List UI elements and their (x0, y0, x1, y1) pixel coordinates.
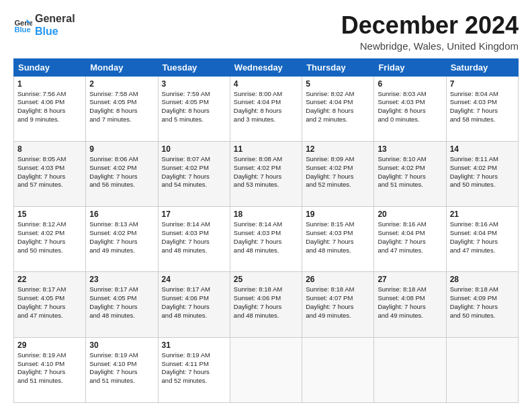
day-info: Sunrise: 8:13 AM Sunset: 4:02 PM Dayligh… (89, 220, 154, 255)
calendar-cell (446, 337, 518, 402)
day-info: Sunrise: 8:05 AM Sunset: 4:03 PM Dayligh… (17, 155, 82, 189)
day-number: 12 (306, 144, 370, 154)
calendar-cell: 15Sunrise: 8:12 AM Sunset: 4:02 PM Dayli… (14, 207, 86, 272)
day-number: 24 (162, 275, 226, 284)
logo-line2: Blue (35, 25, 75, 38)
day-info: Sunrise: 8:09 AM Sunset: 4:02 PM Dayligh… (306, 155, 370, 189)
day-number: 2 (89, 79, 154, 89)
day-number: 9 (89, 144, 154, 154)
day-info: Sunrise: 7:59 AM Sunset: 4:05 PM Dayligh… (162, 90, 226, 124)
calendar-cell: 6Sunrise: 8:03 AM Sunset: 4:03 PM Daylig… (374, 76, 446, 141)
day-info: Sunrise: 8:17 AM Sunset: 4:05 PM Dayligh… (17, 285, 82, 320)
day-info: Sunrise: 8:16 AM Sunset: 4:04 PM Dayligh… (450, 220, 515, 255)
calendar-header-tuesday: Tuesday (158, 58, 230, 76)
calendar-cell: 23Sunrise: 8:17 AM Sunset: 4:05 PM Dayli… (86, 272, 158, 337)
day-number: 22 (17, 275, 82, 284)
day-info: Sunrise: 8:11 AM Sunset: 4:02 PM Dayligh… (450, 155, 515, 189)
day-number: 28 (450, 275, 515, 284)
calendar-body: 1Sunrise: 7:56 AM Sunset: 4:06 PM Daylig… (14, 76, 519, 402)
day-info: Sunrise: 8:15 AM Sunset: 4:03 PM Dayligh… (306, 220, 370, 255)
day-info: Sunrise: 8:18 AM Sunset: 4:07 PM Dayligh… (306, 285, 370, 320)
day-info: Sunrise: 8:12 AM Sunset: 4:02 PM Dayligh… (17, 220, 82, 255)
month-title: December 2024 (341, 12, 519, 39)
day-number: 11 (234, 144, 298, 154)
day-number: 30 (89, 340, 154, 350)
calendar-cell: 17Sunrise: 8:14 AM Sunset: 4:03 PM Dayli… (158, 207, 230, 272)
day-info: Sunrise: 8:07 AM Sunset: 4:02 PM Dayligh… (162, 155, 226, 189)
calendar-cell: 5Sunrise: 8:02 AM Sunset: 4:04 PM Daylig… (302, 76, 374, 141)
calendar-week-2: 8Sunrise: 8:05 AM Sunset: 4:03 PM Daylig… (14, 141, 519, 206)
calendar-cell: 22Sunrise: 8:17 AM Sunset: 4:05 PM Dayli… (14, 272, 86, 337)
calendar-week-1: 1Sunrise: 7:56 AM Sunset: 4:06 PM Daylig… (14, 76, 519, 141)
calendar-cell: 10Sunrise: 8:07 AM Sunset: 4:02 PM Dayli… (158, 141, 230, 206)
day-number: 1 (17, 79, 82, 89)
day-info: Sunrise: 8:18 AM Sunset: 4:09 PM Dayligh… (450, 285, 515, 320)
day-number: 3 (162, 79, 226, 89)
calendar-cell: 18Sunrise: 8:14 AM Sunset: 4:03 PM Dayli… (230, 207, 302, 272)
calendar-cell: 31Sunrise: 8:19 AM Sunset: 4:11 PM Dayli… (158, 337, 230, 402)
day-info: Sunrise: 8:19 AM Sunset: 4:11 PM Dayligh… (162, 351, 226, 385)
day-info: Sunrise: 8:10 AM Sunset: 4:02 PM Dayligh… (378, 155, 442, 189)
day-info: Sunrise: 8:18 AM Sunset: 4:06 PM Dayligh… (234, 285, 298, 320)
page: General Blue General Blue December 2024 … (0, 0, 532, 411)
calendar-cell: 29Sunrise: 8:19 AM Sunset: 4:10 PM Dayli… (14, 337, 86, 402)
logo: General Blue General Blue (13, 12, 75, 38)
day-info: Sunrise: 7:56 AM Sunset: 4:06 PM Dayligh… (17, 90, 82, 124)
day-info: Sunrise: 8:19 AM Sunset: 4:10 PM Dayligh… (89, 351, 154, 385)
day-info: Sunrise: 8:18 AM Sunset: 4:08 PM Dayligh… (378, 285, 442, 320)
day-number: 14 (450, 144, 515, 154)
location: Newbridge, Wales, United Kingdom (341, 40, 519, 52)
calendar-cell: 28Sunrise: 8:18 AM Sunset: 4:09 PM Dayli… (446, 272, 518, 337)
day-number: 25 (234, 275, 298, 284)
calendar-table: SundayMondayTuesdayWednesdayThursdayFrid… (13, 58, 519, 403)
logo-line1: General (35, 12, 75, 25)
calendar-cell: 3Sunrise: 7:59 AM Sunset: 4:05 PM Daylig… (158, 76, 230, 141)
calendar-cell: 27Sunrise: 8:18 AM Sunset: 4:08 PM Dayli… (374, 272, 446, 337)
day-info: Sunrise: 8:03 AM Sunset: 4:03 PM Dayligh… (378, 90, 442, 124)
calendar-cell: 20Sunrise: 8:16 AM Sunset: 4:04 PM Dayli… (374, 207, 446, 272)
day-info: Sunrise: 8:16 AM Sunset: 4:04 PM Dayligh… (378, 220, 442, 255)
calendar-cell (374, 337, 446, 402)
calendar-cell: 13Sunrise: 8:10 AM Sunset: 4:02 PM Dayli… (374, 141, 446, 206)
calendar-header-wednesday: Wednesday (230, 58, 302, 76)
day-number: 21 (450, 210, 515, 219)
day-info: Sunrise: 8:17 AM Sunset: 4:06 PM Dayligh… (162, 285, 226, 320)
calendar-cell: 12Sunrise: 8:09 AM Sunset: 4:02 PM Dayli… (302, 141, 374, 206)
title-block: December 2024 Newbridge, Wales, United K… (341, 12, 519, 52)
day-number: 6 (378, 79, 442, 89)
calendar-cell: 8Sunrise: 8:05 AM Sunset: 4:03 PM Daylig… (14, 141, 86, 206)
day-number: 26 (306, 275, 370, 284)
day-number: 31 (162, 340, 226, 350)
calendar-cell: 4Sunrise: 8:00 AM Sunset: 4:04 PM Daylig… (230, 76, 302, 141)
calendar-header-sunday: Sunday (14, 58, 86, 76)
day-number: 10 (162, 144, 226, 154)
calendar-cell: 19Sunrise: 8:15 AM Sunset: 4:03 PM Dayli… (302, 207, 374, 272)
day-number: 5 (306, 79, 370, 89)
calendar-cell: 21Sunrise: 8:16 AM Sunset: 4:04 PM Dayli… (446, 207, 518, 272)
logo-icon: General Blue (13, 15, 32, 34)
day-number: 7 (450, 79, 515, 89)
calendar-cell: 14Sunrise: 8:11 AM Sunset: 4:02 PM Dayli… (446, 141, 518, 206)
calendar-cell: 30Sunrise: 8:19 AM Sunset: 4:10 PM Dayli… (86, 337, 158, 402)
day-number: 17 (162, 210, 226, 219)
day-info: Sunrise: 8:17 AM Sunset: 4:05 PM Dayligh… (89, 285, 154, 320)
header: General Blue General Blue December 2024 … (13, 12, 519, 52)
calendar-cell (302, 337, 374, 402)
calendar-cell: 11Sunrise: 8:08 AM Sunset: 4:02 PM Dayli… (230, 141, 302, 206)
day-info: Sunrise: 7:58 AM Sunset: 4:05 PM Dayligh… (89, 90, 154, 124)
day-info: Sunrise: 8:19 AM Sunset: 4:10 PM Dayligh… (17, 351, 82, 385)
calendar-cell: 1Sunrise: 7:56 AM Sunset: 4:06 PM Daylig… (14, 76, 86, 141)
day-number: 27 (378, 275, 442, 284)
day-number: 19 (306, 210, 370, 219)
calendar-cell (230, 337, 302, 402)
day-info: Sunrise: 8:00 AM Sunset: 4:04 PM Dayligh… (234, 90, 298, 124)
day-number: 13 (378, 144, 442, 154)
calendar-header-row: SundayMondayTuesdayWednesdayThursdayFrid… (14, 58, 519, 76)
calendar-week-3: 15Sunrise: 8:12 AM Sunset: 4:02 PM Dayli… (14, 207, 519, 272)
calendar-header-monday: Monday (86, 58, 158, 76)
day-number: 16 (89, 210, 154, 219)
calendar-cell: 25Sunrise: 8:18 AM Sunset: 4:06 PM Dayli… (230, 272, 302, 337)
day-number: 4 (234, 79, 298, 89)
day-number: 18 (234, 210, 298, 219)
day-info: Sunrise: 8:14 AM Sunset: 4:03 PM Dayligh… (162, 220, 226, 255)
